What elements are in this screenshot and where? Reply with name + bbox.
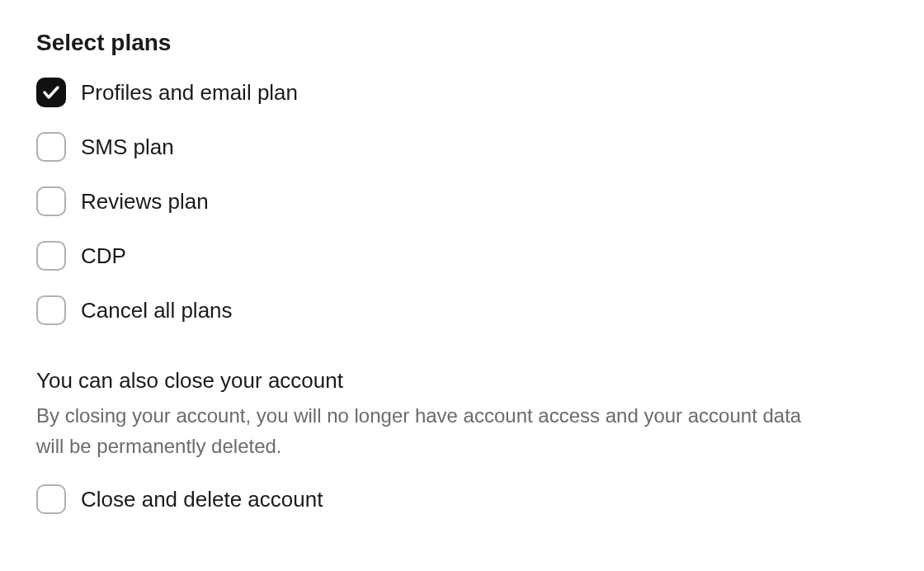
- checkbox-profiles-email[interactable]: [36, 78, 66, 107]
- checkbox-sms[interactable]: [36, 132, 66, 162]
- check-icon: [41, 83, 61, 102]
- plan-option-cancel-all[interactable]: Cancel all plans: [36, 295, 888, 325]
- checkbox-close-account[interactable]: [36, 484, 66, 514]
- plan-label-reviews: Reviews plan: [81, 189, 209, 215]
- select-plans-title: Select plans: [36, 30, 888, 56]
- plan-label-profiles-email: Profiles and email plan: [81, 80, 298, 106]
- select-plans-section: Select plans Profiles and email plan SMS…: [36, 30, 888, 325]
- close-account-option[interactable]: Close and delete account: [36, 484, 888, 514]
- plan-label-cdp: CDP: [81, 243, 126, 269]
- plan-option-profiles-email[interactable]: Profiles and email plan: [36, 78, 888, 107]
- plan-option-cdp[interactable]: CDP: [36, 241, 888, 271]
- plan-option-reviews[interactable]: Reviews plan: [36, 186, 888, 216]
- close-account-label: Close and delete account: [81, 487, 323, 512]
- close-account-description: By closing your account, you will no lon…: [36, 400, 828, 461]
- checkbox-cancel-all[interactable]: [36, 295, 66, 325]
- checkbox-cdp[interactable]: [36, 241, 66, 271]
- checkbox-reviews[interactable]: [36, 186, 66, 216]
- close-account-section: You can also close your account By closi…: [36, 368, 888, 514]
- plan-option-sms[interactable]: SMS plan: [36, 132, 888, 162]
- plans-checkbox-list: Profiles and email plan SMS plan Reviews…: [36, 78, 888, 325]
- plan-label-cancel-all: Cancel all plans: [81, 298, 233, 323]
- close-account-title: You can also close your account: [36, 368, 888, 394]
- plan-label-sms: SMS plan: [81, 134, 174, 160]
